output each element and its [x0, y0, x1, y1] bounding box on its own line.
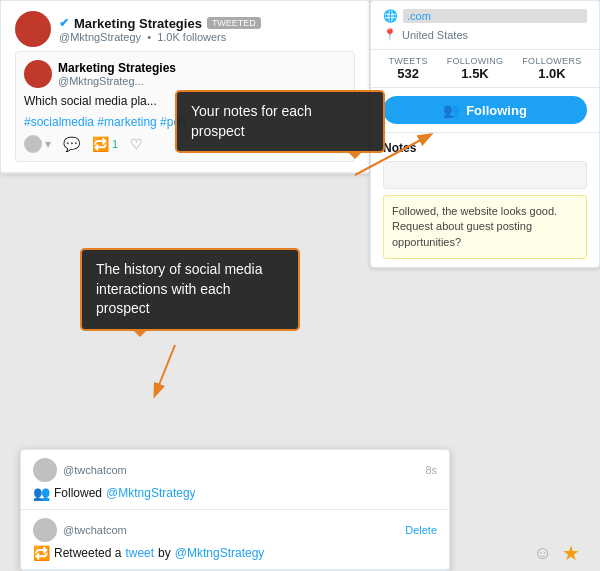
- note-card: Followed, the website looks good. Reques…: [383, 195, 587, 259]
- comment-button[interactable]: 💬: [63, 136, 80, 152]
- mention-2[interactable]: @MktngStrategy: [175, 546, 265, 560]
- following-btn-row: 👥 Following: [371, 88, 599, 133]
- following-label: FOLLOWING: [447, 56, 504, 66]
- tweet-author-name: ✔ Marketing Strategies TWEETED: [59, 16, 355, 31]
- following-btn-label: Following: [466, 103, 527, 118]
- globe-icon: 🌐: [383, 9, 398, 23]
- tooltip-history-text: The history of social media interactions…: [96, 261, 263, 316]
- tweet-header: ✔ Marketing Strategies TWEETED @MktngStr…: [15, 11, 355, 47]
- stat-following: FOLLOWING 1.5K: [447, 56, 504, 81]
- tooltip-notes: Your notes for each prospect: [175, 90, 385, 153]
- tweeted-badge: TWEETED: [207, 17, 261, 29]
- retweet-icon-2: 🔁: [33, 545, 50, 561]
- handle-text: @MktngStrategy: [59, 31, 141, 43]
- svg-line-1: [155, 345, 175, 395]
- tweet-author-info: ✔ Marketing Strategies TWEETED @MktngStr…: [59, 16, 355, 43]
- history-panel: @twchatcom 8s 👥 Followed @MktngStrategy …: [20, 449, 450, 571]
- retweet-button[interactable]: 🔁 1: [92, 136, 118, 152]
- notes-label: Notes: [383, 141, 587, 155]
- followers-label: FOLLOWERS: [522, 56, 581, 66]
- history-item-follow: @twchatcom 8s 👥 Followed @MktngStrategy: [21, 450, 449, 510]
- tooltip-history: The history of social media interactions…: [80, 248, 300, 331]
- following-value: 1.5K: [447, 66, 504, 81]
- history-action-2: 🔁 Retweeted a tweet by @MktngStrategy: [33, 545, 437, 561]
- history-author-1: @twchatcom: [33, 458, 127, 482]
- tweets-label: TWEETS: [388, 56, 427, 66]
- history-time-1: 8s: [425, 464, 437, 476]
- main-wrapper: ✔ Marketing Strategies TWEETED @MktngStr…: [0, 0, 600, 571]
- chevron-down-icon[interactable]: ▾: [45, 137, 51, 151]
- history-avatar-1: [33, 458, 57, 482]
- profile-url: .com: [403, 9, 587, 23]
- history-item-header-1: @twchatcom 8s: [33, 458, 437, 482]
- follow-icon: 👥: [33, 485, 50, 501]
- notes-section: Notes Followed, the website looks good. …: [371, 133, 599, 267]
- profile-panel: 🌐 .com 📍 United States TWEETS 532 FOLLOW…: [370, 0, 600, 268]
- nested-handle: @MktngStrateg...: [58, 75, 176, 87]
- bottom-icons: ☺ ★: [534, 541, 580, 565]
- history-avatar-2: [33, 518, 57, 542]
- followers-text: 1.0K followers: [157, 31, 226, 43]
- profile-location-row: 📍 United States: [383, 28, 587, 41]
- author-name-text: Marketing Strategies: [74, 16, 202, 31]
- heart-icon: ♡: [130, 136, 143, 152]
- avatar-action: ▾: [24, 135, 51, 153]
- history-item-retweet: @twchatcom Delete 🔁 Retweeted a tweet by…: [21, 510, 449, 570]
- delete-button[interactable]: Delete: [405, 524, 437, 536]
- profile-location: United States: [402, 29, 468, 41]
- followers-value: 1.0K: [522, 66, 581, 81]
- profile-url-row: 🌐 .com: [383, 9, 587, 23]
- pin-icon: 📍: [383, 28, 397, 41]
- tweet-handle: @MktngStrategy • 1.0K followers: [59, 31, 355, 43]
- following-button[interactable]: 👥 Following: [383, 96, 587, 124]
- retweet-count: 1: [112, 138, 118, 150]
- nested-author-info: Marketing Strategies @MktngStrateg...: [58, 61, 176, 87]
- tweets-value: 532: [388, 66, 427, 81]
- nested-avatar: [24, 60, 52, 88]
- action-text-1: Followed: [54, 486, 102, 500]
- tweet-link[interactable]: tweet: [125, 546, 154, 560]
- profile-stats: TWEETS 532 FOLLOWING 1.5K FOLLOWERS 1.0K: [371, 50, 599, 88]
- history-handle-2: @twchatcom: [63, 524, 127, 536]
- like-button[interactable]: ♡: [130, 136, 143, 152]
- mention-1[interactable]: @MktngStrategy: [106, 486, 196, 500]
- nested-tweet-header: Marketing Strategies @MktngStrateg...: [24, 60, 346, 88]
- action-text-2: Retweeted a: [54, 546, 121, 560]
- emoji-icon[interactable]: ☺: [534, 543, 552, 564]
- profile-top: 🌐 .com 📍 United States: [371, 1, 599, 50]
- nested-author-name: Marketing Strategies: [58, 61, 176, 75]
- star-icon[interactable]: ★: [562, 541, 580, 565]
- history-author-2: @twchatcom: [33, 518, 127, 542]
- stat-tweets: TWEETS 532: [388, 56, 427, 81]
- comment-icon: 💬: [63, 136, 80, 152]
- verified-badge: ✔: [59, 16, 69, 30]
- avatar: [15, 11, 51, 47]
- history-handle-1: @twchatcom: [63, 464, 127, 476]
- notes-input-bar[interactable]: [383, 161, 587, 189]
- action-avatar: [24, 135, 42, 153]
- history-action-1: 👥 Followed @MktngStrategy: [33, 485, 437, 501]
- following-person-icon: 👥: [443, 102, 460, 118]
- tooltip-notes-text: Your notes for each prospect: [191, 103, 312, 139]
- by-text: by: [158, 546, 171, 560]
- history-item-header-2: @twchatcom Delete: [33, 518, 437, 542]
- stat-followers: FOLLOWERS 1.0K: [522, 56, 581, 81]
- retweet-icon: 🔁: [92, 136, 109, 152]
